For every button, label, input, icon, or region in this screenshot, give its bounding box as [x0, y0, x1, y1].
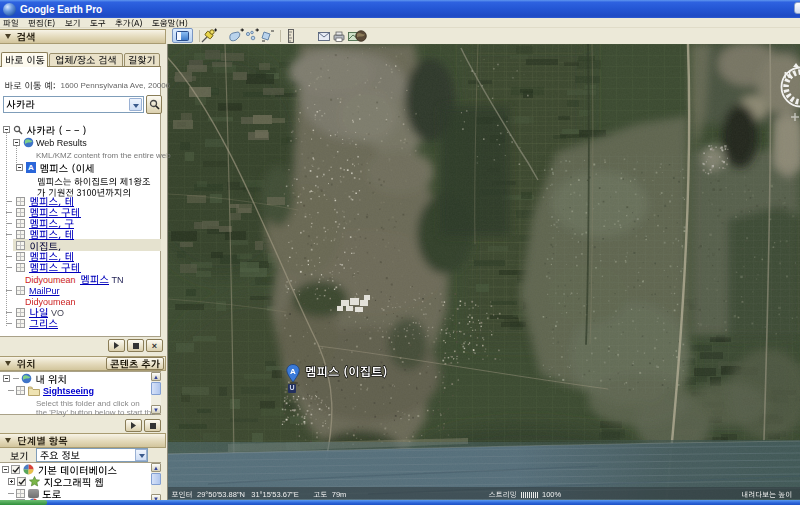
- svg-text:N: N: [784, 69, 791, 80]
- svg-text:A: A: [290, 367, 296, 376]
